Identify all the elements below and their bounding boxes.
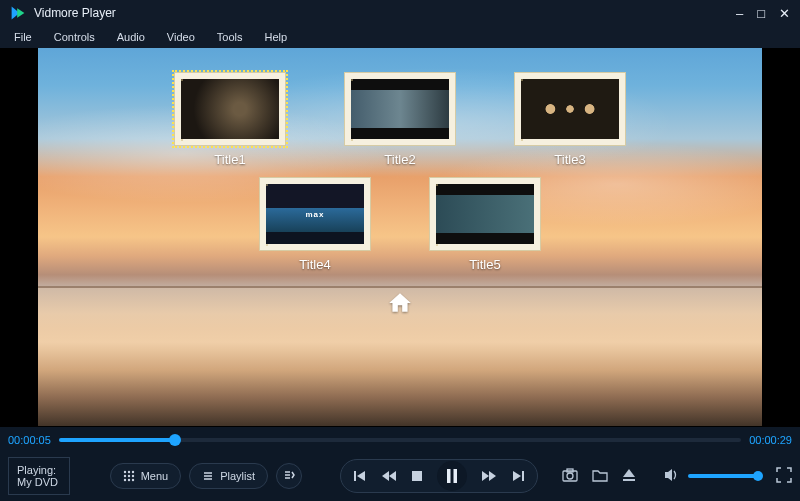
volume-control (664, 468, 758, 485)
volume-knob[interactable] (753, 471, 763, 481)
fast-forward-button[interactable] (481, 469, 497, 483)
controls-row: Playing: My DVD Menu Playlist (0, 453, 800, 501)
menu-tools[interactable]: Tools (217, 31, 243, 43)
playlist-button-label: Playlist (220, 470, 255, 482)
now-playing-box: Playing: My DVD (8, 457, 70, 495)
transport-controls (340, 459, 538, 493)
next-track-button[interactable] (511, 469, 525, 483)
svg-rect-21 (412, 471, 422, 481)
app-logo-icon (10, 5, 26, 21)
svg-point-7 (131, 475, 133, 477)
svg-point-8 (123, 479, 125, 481)
playlist-button[interactable]: Playlist (189, 463, 268, 489)
menu-bar: File Controls Audio Video Tools Help (0, 26, 800, 48)
now-playing-name: My DVD (17, 476, 61, 488)
svg-marker-1 (17, 8, 24, 18)
dvd-title-5[interactable]: Title5 (429, 177, 541, 272)
dvd-title-4-overlay: max (305, 210, 324, 219)
menu-button[interactable]: Menu (110, 463, 182, 489)
video-area: Title1 Title2 Title3 max Title4 (0, 48, 800, 427)
svg-point-6 (127, 475, 129, 477)
svg-point-29 (567, 473, 573, 479)
speaker-icon[interactable] (664, 468, 680, 485)
utility-icons (562, 468, 636, 485)
svg-point-9 (127, 479, 129, 481)
list-icon (202, 470, 214, 482)
dvd-title-3-label: Title3 (554, 152, 585, 167)
svg-rect-27 (522, 471, 524, 481)
svg-point-2 (123, 471, 125, 473)
dvd-title-2-frame (344, 72, 456, 146)
minimize-button[interactable]: – (736, 7, 743, 20)
dvd-title-3-frame (514, 72, 626, 146)
svg-rect-17 (354, 471, 356, 481)
svg-point-10 (131, 479, 133, 481)
play-pause-button[interactable] (437, 461, 467, 491)
dvd-title-2-label: Title2 (384, 152, 415, 167)
dvd-title-2[interactable]: Title2 (344, 72, 456, 167)
svg-marker-25 (489, 471, 496, 481)
home-icon[interactable] (387, 290, 413, 319)
close-button[interactable]: ✕ (779, 7, 790, 20)
dvd-title-1-label: Title1 (214, 152, 245, 167)
grid-icon (123, 470, 135, 482)
svg-marker-19 (382, 471, 389, 481)
dvd-menu-stage: Title1 Title2 Title3 max Title4 (38, 48, 762, 426)
dvd-title-3[interactable]: Title3 (514, 72, 626, 167)
dvd-title-4-label: Title4 (299, 257, 330, 272)
rewind-button[interactable] (381, 469, 397, 483)
dvd-title-1[interactable]: Title1 (174, 72, 286, 167)
dvd-title-5-label: Title5 (469, 257, 500, 272)
svg-rect-22 (447, 469, 451, 483)
stop-button[interactable] (411, 470, 423, 482)
time-elapsed: 00:00:05 (8, 434, 51, 446)
app-title: Vidmore Player (34, 6, 116, 20)
progress-row: 00:00:05 00:00:29 (0, 427, 800, 453)
dvd-title-1-frame (174, 72, 286, 146)
seek-bar-knob[interactable] (169, 434, 181, 446)
svg-marker-26 (513, 471, 521, 481)
svg-point-4 (131, 471, 133, 473)
eject-button[interactable] (622, 468, 636, 485)
open-folder-button[interactable] (592, 468, 608, 485)
svg-rect-32 (623, 479, 635, 481)
menu-file[interactable]: File (14, 31, 32, 43)
svg-marker-24 (482, 471, 489, 481)
svg-marker-18 (357, 471, 365, 481)
chapters-button[interactable] (276, 463, 302, 489)
menu-audio[interactable]: Audio (117, 31, 145, 43)
secondary-buttons: Menu Playlist (110, 463, 302, 489)
now-playing-label: Playing: (17, 464, 61, 476)
time-total: 00:00:29 (749, 434, 792, 446)
window-controls: – □ ✕ (736, 7, 790, 20)
svg-rect-23 (454, 469, 458, 483)
menu-controls[interactable]: Controls (54, 31, 95, 43)
menu-video[interactable]: Video (167, 31, 195, 43)
volume-slider[interactable] (688, 474, 758, 478)
dvd-menu: Title1 Title2 Title3 max Title4 (38, 72, 762, 319)
seek-bar-fill (59, 438, 175, 442)
chapters-icon (283, 469, 295, 484)
snapshot-button[interactable] (562, 468, 578, 485)
maximize-button[interactable]: □ (757, 7, 765, 20)
seek-bar[interactable] (59, 438, 741, 442)
dvd-title-5-frame (429, 177, 541, 251)
menu-help[interactable]: Help (264, 31, 287, 43)
fullscreen-button[interactable] (776, 467, 792, 486)
svg-marker-33 (665, 469, 672, 481)
dvd-title-4-frame: max (259, 177, 371, 251)
menu-button-label: Menu (141, 470, 169, 482)
svg-marker-20 (389, 471, 396, 481)
prev-track-button[interactable] (353, 469, 367, 483)
svg-point-5 (123, 475, 125, 477)
svg-marker-31 (623, 469, 635, 477)
svg-point-3 (127, 471, 129, 473)
dvd-title-4[interactable]: max Title4 (259, 177, 371, 272)
title-bar: Vidmore Player – □ ✕ (0, 0, 800, 26)
